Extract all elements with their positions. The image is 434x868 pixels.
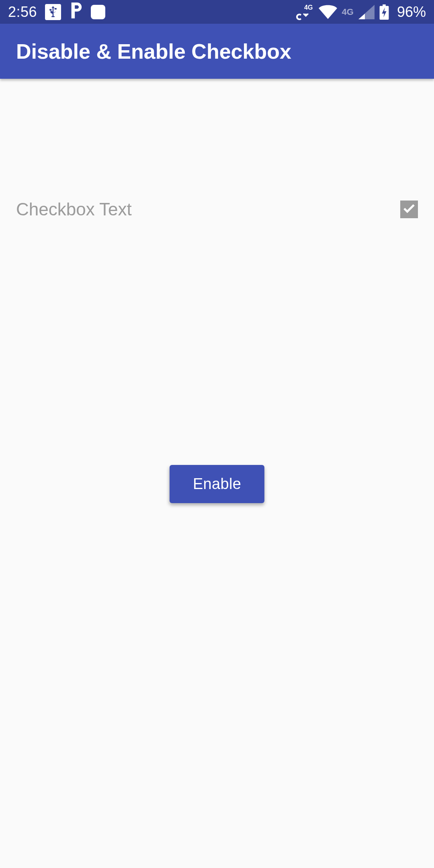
square-icon <box>91 5 105 19</box>
battery-charging-icon <box>379 4 389 20</box>
status-left: 2:56 <box>8 2 105 22</box>
checkbox-label: Checkbox Text <box>16 199 132 219</box>
checkbox-row: Checkbox Text <box>16 199 418 219</box>
status-time: 2:56 <box>8 4 37 20</box>
p-icon <box>69 2 83 22</box>
phone-4g-icon: 4G <box>296 4 314 20</box>
enable-button[interactable]: Enable <box>170 465 264 503</box>
status-right: 4G 4G 96% <box>296 4 426 20</box>
network-4g-label: 4G <box>342 7 354 17</box>
signal-icon <box>358 5 375 19</box>
main-content: Checkbox Text Enable <box>0 79 434 868</box>
checkbox-disabled-checked <box>400 201 418 218</box>
status-bar: 2:56 4G 4G 96% <box>0 0 434 24</box>
wifi-icon <box>319 5 337 19</box>
svg-text:4G: 4G <box>304 4 313 11</box>
app-bar: Disable & Enable Checkbox <box>0 24 434 79</box>
battery-percentage: 96% <box>397 4 426 20</box>
page-title: Disable & Enable Checkbox <box>16 39 291 63</box>
usb-icon <box>45 4 61 20</box>
check-icon <box>402 201 416 217</box>
enable-button-label: Enable <box>193 475 241 492</box>
